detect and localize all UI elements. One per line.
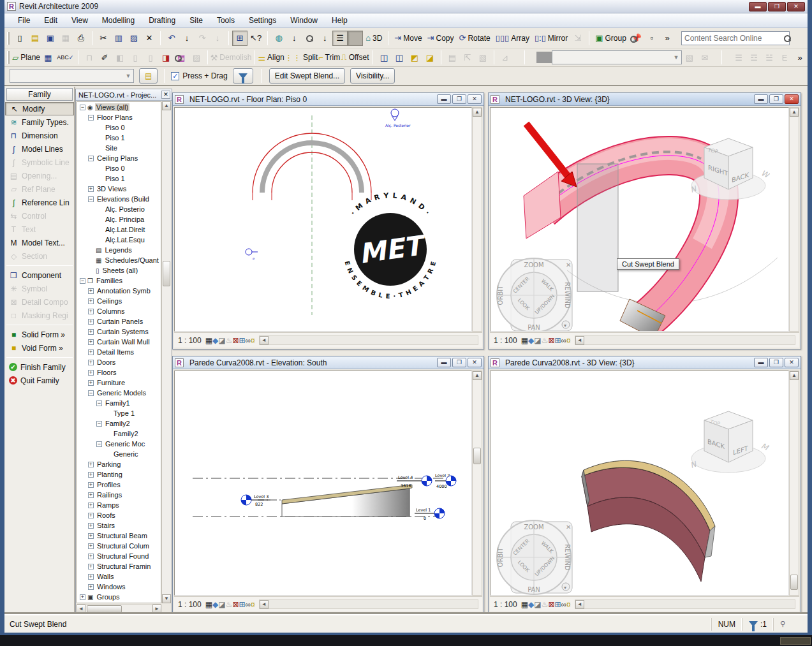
render-icon[interactable]: ♨	[226, 600, 233, 609]
design-bar-item-dimension[interactable]: ⊓Dimension	[5, 129, 74, 142]
tree-item-walls[interactable]: +Walls	[77, 571, 161, 582]
expand-icon[interactable]: +	[88, 329, 94, 335]
menu-site[interactable]: Site	[182, 15, 210, 26]
expand-icon[interactable]: +	[88, 492, 94, 498]
collapse-icon[interactable]: −	[80, 278, 85, 284]
scroll-left-icon[interactable]: ◄	[260, 600, 269, 609]
tree-item-groups[interactable]: +▣Groups	[77, 592, 161, 602]
view-scale[interactable]: 1 : 100	[178, 336, 202, 345]
expand-icon[interactable]: +	[88, 186, 94, 192]
design-bar-item-model-lines[interactable]: ʃModel Lines	[5, 142, 74, 156]
tree-item-stairs[interactable]: +Stairs	[77, 520, 161, 531]
collapse-icon[interactable]: −	[88, 156, 94, 161]
view-scale[interactable]: 1 : 100	[494, 336, 517, 345]
level-marker-4[interactable]: Level 4 3616	[397, 475, 432, 488]
model-graphics-icon[interactable]: ◆	[528, 336, 534, 345]
menu-settings[interactable]: Settings	[242, 15, 283, 26]
elevation-canvas[interactable]: Level 3 822 Level 4 3616 Level 2 4000	[174, 371, 472, 596]
window-elevation-south[interactable]: R Parede Curva2008.rvt - Elevation: Sout…	[172, 356, 484, 613]
expand-icon[interactable]: +	[88, 543, 94, 549]
window-tool-disabled[interactable]: ▯	[143, 50, 158, 65]
rotate-button[interactable]: ⟳Rotate	[457, 31, 493, 46]
child-minimize-button[interactable]: ▬	[754, 358, 768, 367]
model-graphics-icon[interactable]: ◆	[212, 600, 218, 609]
tree-item-piso-1[interactable]: Piso 1	[77, 173, 161, 184]
expand-icon[interactable]: +	[88, 462, 94, 467]
detail-level-icon[interactable]: ▦	[521, 600, 528, 609]
tree-item-profiles[interactable]: +Profiles	[77, 480, 161, 490]
crop-region-icon[interactable]: ⊞	[554, 600, 561, 609]
toolbar-overflow-chevron[interactable]: »	[660, 31, 675, 46]
child-minimize-button[interactable]: ▬	[754, 94, 768, 104]
child-close-button[interactable]: ✕	[468, 94, 482, 104]
tree-item-windows[interactable]: +Windows	[77, 582, 161, 592]
horizontal-scrollbar[interactable]: ◄	[259, 335, 478, 345]
filter-indicator[interactable]: :1	[742, 618, 773, 631]
steering-wheel[interactable]: ✕▾ZOOMPANORBITREWINDCENTERWALKLOOKUP/DOW…	[494, 254, 576, 332]
tree-item-legends[interactable]: ▤Legends	[77, 245, 161, 255]
small-box-button[interactable]: ▫	[644, 31, 660, 46]
model-graphics-icon[interactable]: ◆	[528, 600, 534, 609]
expand-icon[interactable]: +	[88, 349, 94, 355]
browser-vscrollbar[interactable]: ▲ ▼	[161, 101, 171, 603]
horizontal-scrollbar[interactable]: ◄	[259, 599, 478, 609]
visibility-button[interactable]: Visibility...	[350, 68, 395, 84]
tree-item-piso-0[interactable]: Piso 0	[77, 163, 161, 173]
level-marker-3[interactable]: Level 3 822	[241, 494, 270, 507]
reveal-hidden-icon[interactable]: ¤	[251, 336, 255, 345]
type-combo[interactable]: ▼	[10, 69, 134, 83]
toolbar-grip-2[interactable]	[7, 51, 10, 64]
curved-wall-solid[interactable]	[582, 460, 715, 582]
expand-icon[interactable]: +	[88, 339, 94, 345]
scroll-left-icon[interactable]: ◄	[575, 336, 584, 345]
render-icon[interactable]: ♨	[226, 336, 233, 345]
wall-join-1-button[interactable]: ◫	[376, 50, 392, 65]
wall-tool-disabled[interactable]: ⊓	[82, 50, 97, 65]
slope-disabled[interactable]: ⊿	[498, 50, 513, 65]
tree-item-floor-plans[interactable]: −Floor Plans	[77, 112, 161, 122]
temporary-hide-icon[interactable]: ∞	[246, 336, 251, 345]
menu-edit[interactable]: Edit	[37, 15, 64, 26]
crop-off-icon[interactable]: ⊠	[232, 600, 239, 609]
toolbar2-chevron[interactable]: »	[792, 50, 808, 65]
tree-item-al-lat-direit[interactable]: Alç.Lat.Direit	[77, 224, 161, 235]
array-button[interactable]: ▯▯▯Array	[493, 31, 532, 46]
tree-item-family2[interactable]: −Family2	[77, 418, 161, 429]
match-type-button[interactable]: ✐	[97, 50, 112, 65]
edit-swept-blend-button[interactable]: Edit Swept Blend...	[269, 68, 345, 84]
save-button[interactable]: ▣	[43, 31, 58, 46]
tree-item-structural-beam[interactable]: +Structural Beam	[77, 531, 161, 541]
split-button[interactable]: ⋮⋮Split	[284, 50, 318, 65]
scroll-up-icon[interactable]: ▲	[790, 108, 799, 117]
tree-item-generic-moc[interactable]: −Generic Moc	[77, 439, 161, 449]
tree-item-structural-framin[interactable]: +Structural Framin	[77, 561, 161, 571]
tree-item-family1[interactable]: −Family1	[77, 398, 161, 408]
move-button[interactable]: ⇥Move	[392, 31, 424, 46]
undo-button[interactable]: ↶	[164, 31, 179, 46]
tree-item-curtain-panels[interactable]: +Curtain Panels	[77, 316, 161, 327]
tree-item-generic[interactable]: Generic	[77, 449, 161, 459]
cope-disabled[interactable]: ⇱	[460, 50, 475, 65]
reveal-hidden-icon[interactable]: ¤	[566, 336, 571, 345]
child-restore-button[interactable]: ❐	[769, 94, 783, 104]
scroll-thumb[interactable]	[473, 448, 481, 464]
child-close-button[interactable]: ✕	[785, 94, 799, 104]
copy-clipboard-button[interactable]: ▥	[111, 31, 126, 46]
expand-icon[interactable]: +	[88, 523, 94, 529]
align-button[interactable]: ⚌Align	[258, 50, 284, 65]
spelling-button[interactable]: ABC✓	[55, 50, 75, 65]
redo-button[interactable]: ↷	[195, 31, 210, 46]
shadows-icon[interactable]: ◪	[218, 600, 225, 609]
menu-drafting[interactable]: Drafting	[142, 15, 182, 26]
reveal-hidden-icon[interactable]: ¤	[251, 600, 255, 609]
expand-icon[interactable]: +	[88, 513, 94, 518]
tree-item-parking[interactable]: +Parking	[77, 459, 161, 469]
work-plane-button[interactable]: ▱Plane	[12, 50, 40, 65]
design-bar-item-quit-family[interactable]: ✖Quit Family	[5, 374, 74, 387]
design-bar-item-void-form[interactable]: ■Void Form »	[5, 341, 74, 355]
steering-wheel[interactable]: ✕▾ZOOMPANORBITREWINDCENTERWALKLOOKUP/DOW…	[494, 517, 576, 596]
tree-item-roofs[interactable]: +Roofs	[77, 510, 161, 520]
tree-item-floors[interactable]: +Floors	[77, 367, 161, 378]
collapse-icon[interactable]: −	[96, 421, 102, 427]
zoom-button[interactable]	[302, 31, 317, 46]
